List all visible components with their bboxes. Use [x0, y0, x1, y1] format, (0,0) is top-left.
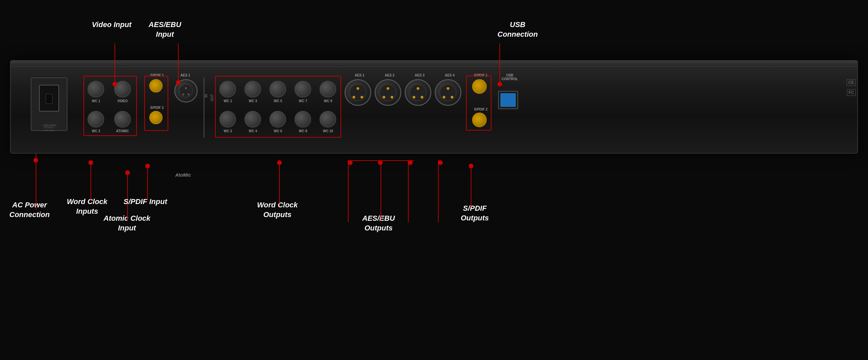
aes1-out-dot: [348, 160, 352, 165]
ac-power-line: [36, 154, 36, 200]
aes2-out-label: AES 2: [376, 73, 403, 77]
video-input-label: Video Input: [92, 20, 131, 30]
usb-port: [498, 91, 518, 109]
usb-line: [499, 43, 500, 84]
aes1-panel-label: AES 1: [174, 73, 197, 77]
aes2-out-dot: [378, 160, 382, 165]
aes4-out-label: AES 4: [436, 73, 463, 77]
wc-inputs-label: Word ClockInputs: [67, 197, 107, 216]
wc-outputs-rect: [215, 76, 341, 138]
aesebu-outputs-label: AES/EBUOutputs: [362, 214, 395, 233]
aes4-out-dot: [438, 160, 443, 165]
aes3-vert-line: [408, 160, 409, 222]
aes-vert-line: [380, 161, 381, 221]
spdif-out-line: [471, 163, 471, 207]
aesebu-input-line: [178, 43, 179, 82]
atomic-device-text: AtoMic: [175, 172, 191, 178]
aes1-out-xlr: [344, 79, 371, 106]
ce-badge: CE: [847, 79, 856, 86]
in-label: IN: [204, 94, 208, 97]
device-panel: ~100-240V 50/60Hz10W Max WC 1 WC 2 VIDEO…: [10, 60, 858, 154]
spdif-input-label: S/PDIF Input: [124, 197, 167, 207]
ac-power-connector: ~100-240V 50/60Hz10W Max: [31, 78, 67, 131]
aes4-vert-line: [438, 160, 439, 222]
ac-power-line2: [36, 200, 36, 210]
out-label: OUT: [210, 94, 214, 101]
fc-badge: FC: [847, 89, 856, 96]
aes1-out-label: AES 1: [346, 73, 373, 77]
aes3-out-dot: [408, 160, 413, 165]
wc-inputs-rect: [84, 76, 137, 136]
aes3-out-xlr: [405, 79, 431, 106]
spdif-input-line: [147, 163, 148, 200]
wc-outputs-line: [279, 160, 280, 204]
aes1-vert-line: [348, 160, 348, 222]
aesebu-input-label: AES/EBUInput: [149, 20, 181, 39]
aes3-out-label: AES 3: [406, 73, 433, 77]
spdif-outputs-rect: [466, 76, 491, 130]
video-line: [115, 43, 115, 84]
usb-connection-label: USBConnection: [497, 20, 538, 39]
wc-inputs-line: [90, 160, 91, 200]
spdif-outputs-label: S/PDIFOutputs: [461, 204, 489, 223]
ac-power-label: AC PowerConnection: [9, 200, 50, 219]
in-out-divider: [204, 78, 204, 138]
atomic-line: [127, 170, 128, 220]
aes2-out-xlr: [375, 79, 401, 106]
spdif-inputs-rect: [144, 76, 168, 131]
wc-outputs-label: Word ClockOutputs: [257, 200, 298, 219]
aes4-out-xlr: [435, 79, 461, 106]
